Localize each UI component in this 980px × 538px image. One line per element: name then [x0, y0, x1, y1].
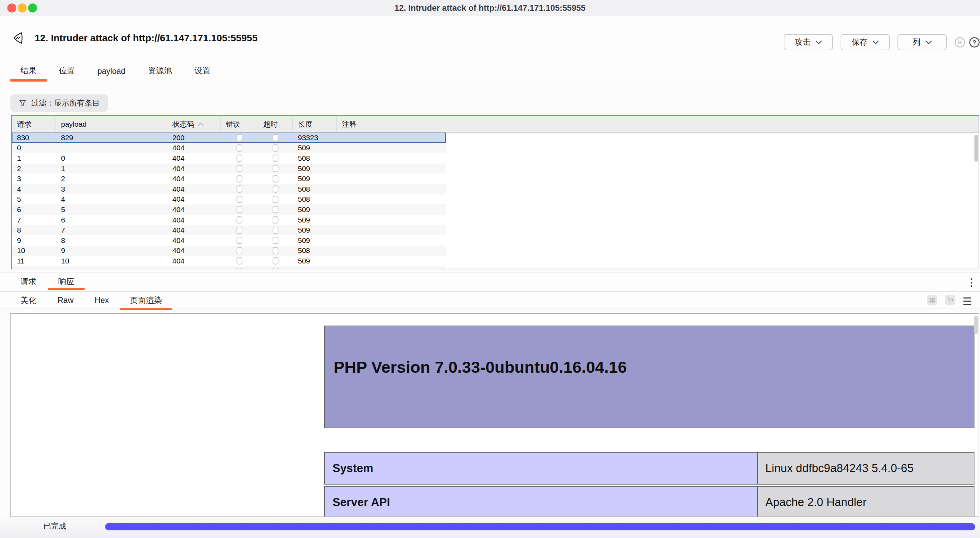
- cell-request: 5: [12, 195, 56, 203]
- error-checkbox[interactable]: [237, 257, 242, 265]
- table-row[interactable]: 65404509: [12, 204, 446, 215]
- error-checkbox[interactable]: [237, 134, 242, 141]
- error-checkbox[interactable]: [237, 175, 242, 183]
- error-checkbox[interactable]: [237, 216, 242, 224]
- cell-request: 2: [12, 164, 56, 173]
- cell-status: 404: [167, 236, 221, 245]
- error-checkbox[interactable]: [237, 185, 242, 193]
- tab-settings[interactable]: 设置: [194, 65, 210, 82]
- attack-header: 12. Intruder attack of http://61.147.171…: [0, 17, 980, 59]
- error-checkbox[interactable]: [237, 237, 242, 244]
- timeout-checkbox[interactable]: [272, 185, 278, 193]
- cell-timeout: [258, 165, 293, 172]
- error-checkbox[interactable]: [237, 206, 242, 213]
- table-row[interactable]: 32404509: [12, 174, 446, 184]
- menu-icon[interactable]: [963, 297, 972, 305]
- tab-results[interactable]: 结果: [21, 65, 37, 82]
- table-row[interactable]: [12, 266, 446, 269]
- cell-timeout: [258, 155, 293, 162]
- cell-payload: 4: [56, 195, 167, 203]
- column-header-payload[interactable]: payload: [56, 116, 167, 132]
- error-checkbox[interactable]: [237, 144, 242, 152]
- error-checkbox[interactable]: [237, 227, 242, 234]
- table-row: Server API Apache 2.0 Handler: [324, 486, 974, 517]
- table-row[interactable]: 76404509: [12, 215, 446, 225]
- error-checkbox[interactable]: [237, 155, 242, 162]
- more-options-icon[interactable]: [969, 277, 974, 289]
- cell-error: [221, 185, 258, 193]
- filter-label: 过滤：显示所有条目: [31, 98, 100, 108]
- column-header-length[interactable]: 长度: [293, 116, 337, 132]
- cell-timeout: [258, 237, 293, 244]
- pause-attack-icon[interactable]: [955, 37, 966, 48]
- error-checkbox[interactable]: [237, 165, 242, 172]
- cell-length: 509: [293, 144, 337, 152]
- close-window-button[interactable]: [7, 3, 16, 13]
- tab-render[interactable]: 页面渲染: [130, 293, 162, 308]
- status-bar: 已完成: [0, 517, 980, 538]
- cell-length: 93323: [293, 134, 337, 142]
- cell-request: 8: [12, 226, 56, 234]
- timeout-checkbox[interactable]: [272, 216, 278, 224]
- table-row[interactable]: 43404508: [12, 184, 446, 195]
- table-row[interactable]: 0404509: [12, 143, 446, 153]
- tab-hex[interactable]: Hex: [95, 294, 109, 307]
- results-scrollbar-thumb[interactable]: [974, 135, 978, 162]
- header-actions: 攻击 保存 列 ?: [784, 34, 980, 50]
- tab-raw[interactable]: Raw: [57, 294, 73, 307]
- tab-payloads[interactable]: payload: [97, 67, 126, 82]
- columns-menu-button[interactable]: 列: [897, 34, 947, 50]
- column-header-status[interactable]: 状态码: [167, 116, 221, 132]
- tab-pretty[interactable]: 美化: [21, 293, 37, 308]
- newline-icon[interactable]: \n: [945, 295, 955, 305]
- funnel-icon: [19, 99, 27, 107]
- table-row[interactable]: 54404508: [12, 195, 446, 205]
- error-checkbox[interactable]: [237, 196, 242, 203]
- cell-length: 509: [293, 164, 337, 173]
- table-row[interactable]: 98404509: [12, 235, 446, 246]
- render-scrollbar-thumb[interactable]: [974, 316, 978, 334]
- cell-timeout: [258, 185, 293, 193]
- timeout-checkbox[interactable]: [272, 144, 278, 152]
- table-row[interactable]: 83082920093323: [12, 133, 446, 143]
- tab-response[interactable]: 响应: [58, 276, 74, 291]
- table-row[interactable]: 10404508: [12, 153, 446, 163]
- cell-timeout: [258, 134, 293, 141]
- timeout-checkbox[interactable]: [272, 165, 278, 172]
- table-row[interactable]: 1110404509: [12, 256, 446, 266]
- table-row[interactable]: 21404509: [12, 163, 446, 174]
- minimize-window-button[interactable]: [18, 3, 27, 13]
- timeout-checkbox[interactable]: [272, 206, 278, 213]
- timeout-checkbox[interactable]: [272, 134, 278, 141]
- tab-resource-pool[interactable]: 资源池: [148, 65, 172, 82]
- cell-timeout: [258, 268, 293, 269]
- tab-positions[interactable]: 位置: [59, 65, 75, 82]
- timeout-checkbox[interactable]: [272, 237, 278, 244]
- timeout-checkbox[interactable]: [272, 268, 278, 269]
- help-icon[interactable]: ?: [969, 37, 980, 48]
- table-row[interactable]: 87404509: [12, 225, 446, 235]
- panel-splitter[interactable]: [0, 272, 980, 273]
- timeout-checkbox[interactable]: [272, 196, 278, 203]
- columns-menu-label: 列: [913, 37, 921, 48]
- intruder-attack-icon: [13, 32, 22, 44]
- column-header-request[interactable]: 请求: [12, 116, 56, 132]
- column-header-comment[interactable]: 注释: [337, 116, 446, 132]
- column-header-timeout[interactable]: 超时: [258, 116, 293, 132]
- filter-bar[interactable]: 过滤：显示所有条目: [10, 94, 108, 112]
- cell-length: 509: [293, 206, 337, 214]
- error-checkbox[interactable]: [237, 247, 242, 254]
- timeout-checkbox[interactable]: [272, 155, 278, 162]
- timeout-checkbox[interactable]: [272, 227, 278, 234]
- tab-request[interactable]: 请求: [21, 276, 37, 291]
- word-wrap-icon[interactable]: [927, 295, 937, 305]
- timeout-checkbox[interactable]: [272, 257, 278, 265]
- timeout-checkbox[interactable]: [272, 247, 278, 254]
- zoom-window-button[interactable]: [28, 3, 37, 13]
- column-header-error[interactable]: 错误: [221, 116, 258, 132]
- error-checkbox[interactable]: [237, 268, 242, 269]
- save-menu-button[interactable]: 保存: [841, 34, 890, 50]
- timeout-checkbox[interactable]: [272, 175, 278, 183]
- attack-menu-button[interactable]: 攻击: [784, 34, 833, 50]
- table-row[interactable]: 109404508: [12, 246, 446, 256]
